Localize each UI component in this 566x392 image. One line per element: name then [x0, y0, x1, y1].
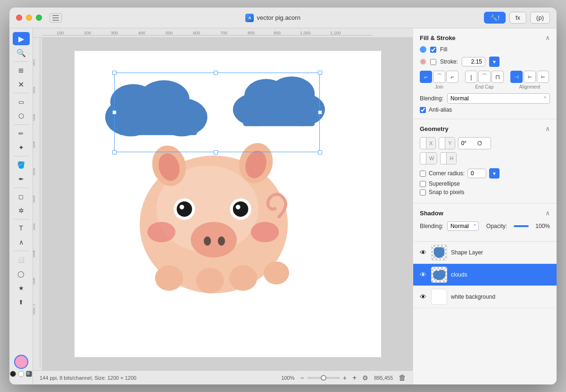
superellipse-checkbox[interactable] — [420, 181, 426, 187]
toolbar-separator — [14, 251, 29, 251]
clone-tool[interactable]: ✲ — [13, 204, 30, 217]
svg-text:200: 200 — [33, 86, 36, 93]
layer-visibility-shape[interactable]: 👁 — [419, 248, 427, 257]
fx-panel-button[interactable]: fx — [509, 12, 526, 24]
select-tool[interactable]: ▶ — [13, 32, 30, 45]
selection-box — [114, 73, 320, 152]
zoom-slider[interactable] — [307, 377, 340, 379]
lasso-tool[interactable]: ⬡ — [13, 109, 30, 122]
align-outside-btn[interactable]: ⊢ — [537, 71, 549, 83]
y-input[interactable] — [439, 139, 445, 148]
stroke-checkbox[interactable] — [430, 59, 436, 65]
fill-color-dot[interactable] — [420, 46, 426, 53]
join-bevel-btn[interactable]: ⌐ — [446, 71, 458, 83]
arrow-shape-tool[interactable]: ⬆ — [13, 295, 30, 309]
fill-stroke-section: Fill & Stroke ∧ Fill Stroke: ▼ — [413, 28, 557, 119]
svg-point-47 — [179, 205, 184, 210]
stroke-width-input[interactable] — [462, 57, 485, 66]
shadow-opacity-slider[interactable] — [514, 225, 529, 227]
join-miter-btn[interactable]: ⌐ — [420, 71, 432, 83]
alignment-buttons: ⊣ ⊢ ⊢ — [510, 71, 549, 83]
brush-tool[interactable]: ✒ — [13, 172, 30, 186]
corner-radius-checkbox[interactable] — [420, 171, 426, 177]
blending-select[interactable]: Normal Multiply Screen Overlay — [447, 93, 550, 104]
file-icon: A — [245, 14, 254, 22]
shadow-opacity-value: 100% — [535, 223, 550, 229]
add-layer-button[interactable]: + — [352, 374, 357, 382]
transform-tool[interactable]: ✕ — [13, 78, 30, 91]
stroke-dropdown-button[interactable]: ▼ — [489, 57, 499, 67]
svg-text:1,000: 1,000 — [33, 304, 36, 315]
bezier-tool[interactable]: ∧ — [13, 236, 30, 249]
selection-handle-tl[interactable] — [112, 71, 117, 75]
svg-point-41 — [263, 261, 289, 285]
rect-select-tool[interactable]: ▭ — [13, 95, 30, 108]
shadow-collapse[interactable]: ∧ — [545, 209, 550, 217]
vertical-ruler: 100 200 300 400 500 600 700 800 900 1,00… — [33, 38, 42, 370]
join-label: Join — [435, 84, 443, 90]
zoom-out-button[interactable]: − — [300, 374, 304, 382]
align-inside-btn[interactable]: ⊣ — [510, 71, 523, 83]
zoom-tool-small[interactable]: 🔍 — [26, 371, 32, 377]
antialias-row: Anti-alias — [420, 106, 550, 113]
delete-icon[interactable]: 🗑 — [399, 374, 406, 382]
circle-shape-tool[interactable]: ◯ — [13, 267, 30, 280]
fill-checkbox[interactable] — [430, 47, 436, 53]
p-panel-button[interactable]: (p) — [530, 12, 550, 24]
rotation-input[interactable] — [461, 140, 475, 147]
corner-radius-input[interactable] — [467, 169, 486, 178]
tools-panel-button[interactable]: 🔧! — [484, 12, 506, 24]
layers-section: 👁 Shape Layer 👁 — [413, 242, 557, 384]
zoom-tool[interactable]: 🔍 — [13, 46, 30, 59]
endcap-square-btn[interactable]: ⊓ — [491, 71, 504, 83]
rect-shape-tool[interactable]: ⬜ — [13, 253, 30, 266]
endcap-butt-btn[interactable]: | — [465, 71, 477, 83]
fill-stroke-collapse[interactable]: ∧ — [545, 34, 550, 41]
layer-item-clouds[interactable]: 👁 clouds — [413, 264, 557, 286]
endcap-round-btn[interactable]: ⌒ — [478, 71, 491, 83]
toolbar-separator — [14, 61, 29, 62]
w-input[interactable] — [420, 154, 426, 163]
zoom-in-button[interactable]: + — [343, 374, 347, 382]
selection-handle-tr[interactable] — [318, 71, 322, 75]
y-field: Y — [439, 137, 455, 149]
minimize-button[interactable] — [26, 15, 32, 21]
fullscreen-button[interactable] — [36, 15, 42, 21]
selection-handle-bl[interactable] — [112, 150, 117, 155]
selection-handle-mr[interactable] — [318, 110, 322, 114]
antialias-checkbox[interactable] — [420, 107, 426, 113]
zoom-slider-thumb[interactable] — [321, 375, 326, 381]
shadow-blending-select[interactable]: Normal Multiply Screen — [447, 221, 479, 231]
pen-tool[interactable]: ✏ — [13, 127, 30, 140]
layer-visibility-clouds[interactable]: 👁 — [419, 270, 427, 279]
canvas[interactable] — [75, 51, 381, 357]
snap-pixels-checkbox[interactable] — [420, 189, 426, 196]
foreground-color-swatch[interactable] — [14, 355, 28, 369]
h-input[interactable] — [441, 154, 446, 163]
corner-dropdown-button[interactable]: ▼ — [489, 168, 499, 179]
layer-item-shape[interactable]: 👁 Shape Layer — [413, 242, 557, 264]
star-shape-tool[interactable]: ★ — [13, 281, 30, 294]
white-swatch[interactable] — [18, 371, 24, 377]
eraser-tool[interactable]: ◻ — [13, 190, 30, 203]
join-round-btn[interactable]: ⌒ — [433, 71, 445, 83]
crop-tool[interactable]: ⊞ — [13, 64, 30, 77]
magic-wand-tool[interactable]: ✦ — [13, 141, 30, 154]
selection-handle-ml[interactable] — [112, 110, 117, 114]
align-center-btn[interactable]: ⊢ — [524, 71, 536, 83]
text-tool[interactable]: T — [13, 221, 30, 235]
selection-handle-bc[interactable] — [214, 150, 218, 155]
toolbar-separator — [14, 156, 29, 156]
x-input[interactable] — [420, 139, 426, 148]
close-button[interactable] — [16, 15, 22, 21]
black-swatch[interactable] — [10, 371, 16, 377]
selection-handle-br[interactable] — [318, 150, 322, 155]
layer-item-background[interactable]: 👁 white background — [413, 286, 557, 308]
paint-bucket-tool[interactable]: 🪣 — [13, 158, 30, 172]
geometry-collapse[interactable]: ∧ — [545, 125, 550, 132]
stroke-color-dot[interactable] — [420, 58, 426, 65]
settings-icon[interactable]: ⚙ — [362, 374, 368, 382]
layer-visibility-background[interactable]: 👁 — [419, 293, 427, 301]
sidebar-toggle-button[interactable] — [50, 13, 62, 23]
selection-handle-tc[interactable] — [214, 71, 218, 75]
